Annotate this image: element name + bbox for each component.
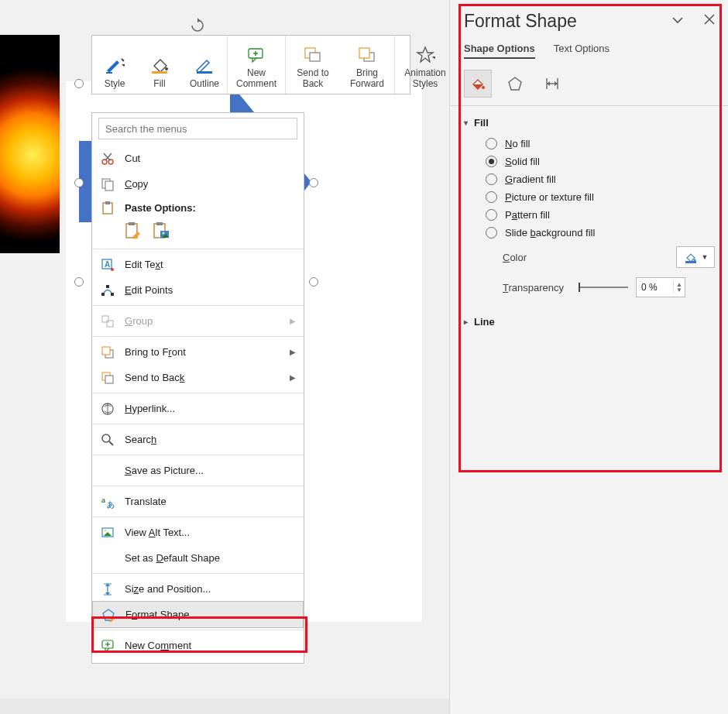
transparency-label: Transparency (503, 282, 580, 293)
mini-toolbar: Style Fill Outline New Comment Send to B… (91, 35, 410, 94)
svg-text:A: A (105, 260, 110, 269)
chevron-down-icon: ▼ (702, 253, 709, 261)
search-item[interactable]: Search (92, 427, 304, 452)
chevron-down-icon: ▾ (464, 118, 468, 127)
send-back-icon (100, 370, 115, 386)
line-section-label: Line (474, 316, 495, 328)
edit-text-item[interactable]: A Edit Text (92, 252, 304, 277)
svg-rect-13 (359, 48, 369, 58)
gradient-fill-radio[interactable]: Gradient fill (464, 170, 715, 188)
paste-options-header: Paste Options: (92, 197, 304, 218)
handle-tl[interactable] (74, 79, 84, 88)
outline-button[interactable]: Outline (182, 36, 227, 92)
line-section-toggle[interactable]: ▸ Line (464, 316, 715, 328)
handle-ml[interactable] (74, 178, 84, 187)
save-as-picture-item[interactable]: Save as Picture... (92, 458, 304, 483)
new-comment-button[interactable]: New Comment (228, 36, 285, 92)
set-default-shape-item[interactable]: Set as Default Shape (92, 545, 304, 571)
group-icon (100, 314, 115, 329)
panel-title: Format Shape (464, 11, 577, 32)
comment-plus-icon (246, 44, 266, 64)
outline-label: Outline (190, 78, 219, 89)
bring-to-front-item[interactable]: Bring to Front ▶ (92, 339, 304, 365)
bring-forward-button[interactable]: Bring Forward (340, 36, 394, 92)
cut-label: Cut (125, 153, 294, 164)
group-item: Group ▶ (92, 308, 304, 334)
size-properties-tab[interactable] (538, 70, 566, 98)
svg-rect-27 (156, 222, 163, 225)
chevron-right-icon: ▸ (464, 318, 468, 326)
send-to-back-button[interactable]: Send to Back (286, 36, 340, 92)
group-label: Group (125, 315, 294, 327)
animation-styles-button[interactable]: Animation Styles (395, 36, 455, 92)
effects-tab[interactable] (501, 70, 529, 98)
transparency-spinner[interactable]: 0 % ▲▼ (636, 277, 685, 297)
new-comment-item[interactable]: New Comment (92, 633, 304, 658)
paste-picture[interactable] (153, 221, 170, 240)
fill-section-toggle[interactable]: ▾ Fill (464, 117, 715, 129)
svg-rect-21 (105, 181, 113, 191)
edit-points-label: Edit Points (125, 284, 294, 296)
handle-bl[interactable] (74, 277, 84, 287)
slide-image (0, 35, 60, 253)
fill-line-tab[interactable] (464, 70, 492, 98)
paste-use-destination-theme[interactable] (125, 221, 142, 240)
pattern-fill-radio[interactable]: Pattern fill (464, 206, 715, 224)
slide-background-fill-radio[interactable]: Slide background fill (464, 224, 715, 242)
handle-br[interactable] (309, 277, 318, 287)
edit-text-label: Edit Text (125, 259, 294, 270)
hyperlink-label: Hyperlink... (125, 403, 294, 414)
fill-section-label: Fill (474, 117, 489, 129)
new-comment-label: New Comment (125, 640, 294, 651)
style-label: Style (105, 78, 125, 89)
copy-label: Copy (125, 178, 294, 190)
solid-fill-radio[interactable]: Solid fill (464, 153, 715, 170)
format-shape-panel: Format Shape Shape Options Text Options … (449, 0, 728, 714)
collapse-panel-button[interactable] (671, 14, 684, 29)
no-fill-radio[interactable]: No fill (464, 135, 715, 153)
svg-point-29 (163, 232, 165, 235)
size-icon (100, 582, 115, 597)
blank-icon (100, 463, 115, 479)
anim-styles-label: Animation Styles (404, 67, 445, 89)
svg-rect-5 (152, 71, 167, 74)
star-animation-icon (415, 44, 435, 64)
svg-point-44 (102, 434, 110, 442)
bring-front-label: Bring to Front (125, 346, 294, 358)
hyperlink-item[interactable]: Hyperlink... (92, 396, 304, 421)
svg-point-33 (111, 268, 114, 271)
context-menu: Cut Copy Paste Options: A Edit Text Edit… (91, 112, 304, 664)
send-back-label: Send to Back (297, 67, 328, 89)
edit-points-item[interactable]: Edit Points (92, 277, 304, 303)
chevron-right-icon: ▶ (290, 348, 296, 356)
clipboard-icon (100, 200, 115, 215)
fill-color-button[interactable]: ▼ (676, 246, 715, 268)
style-button[interactable]: Style (92, 36, 137, 92)
translate-item[interactable]: aあ Translate (92, 489, 304, 514)
cut-item[interactable]: Cut (92, 146, 304, 171)
menu-search-input[interactable] (98, 118, 297, 139)
svg-point-4 (165, 67, 168, 70)
handle-mr[interactable] (309, 178, 318, 187)
text-options-tab[interactable]: Text Options (554, 43, 610, 59)
comment-icon (100, 638, 115, 654)
view-alt-text-item[interactable]: View Alt Text... (92, 520, 304, 545)
format-shape-icon (101, 607, 116, 623)
svg-marker-15 (432, 57, 435, 59)
transparency-value: 0 % (637, 282, 673, 293)
svg-rect-11 (310, 53, 320, 61)
link-icon (100, 401, 115, 417)
close-panel-button[interactable] (704, 14, 715, 29)
color-label: Color (503, 252, 596, 263)
edit-points-icon (100, 283, 115, 298)
picture-texture-fill-radio[interactable]: Picture or texture fill (464, 188, 715, 206)
send-to-back-item[interactable]: Send to Back ▶ (92, 365, 304, 390)
fill-button[interactable]: Fill (137, 36, 182, 92)
format-shape-label: Format Shape... (125, 609, 294, 620)
transparency-slider[interactable] (580, 287, 628, 288)
format-shape-item[interactable]: Format Shape... (92, 601, 304, 628)
default-shape-label: Set as Default Shape (125, 552, 294, 564)
shape-options-tab[interactable]: Shape Options (464, 43, 535, 59)
copy-item[interactable]: Copy (92, 171, 304, 197)
size-and-position-item[interactable]: Size and Position... (92, 576, 304, 602)
